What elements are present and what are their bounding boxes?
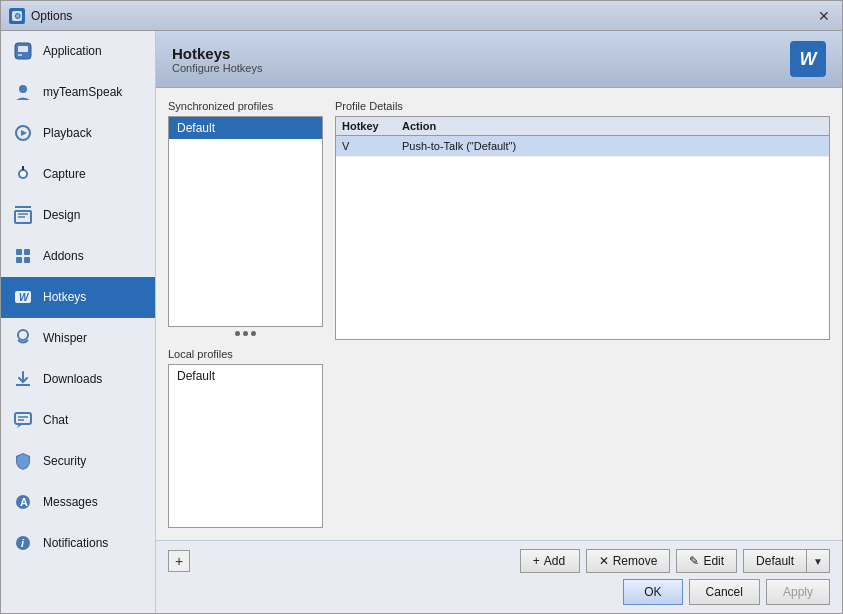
svg-text:W: W	[19, 292, 30, 303]
sidebar-label-notifications: Notifications	[43, 536, 108, 550]
sidebar-label-security: Security	[43, 454, 86, 468]
add-icon: +	[533, 554, 540, 568]
synchronized-profiles-title: Synchronized profiles	[168, 100, 323, 112]
myteamspeak-icon	[11, 80, 35, 104]
svg-rect-17	[24, 257, 30, 263]
window-body: Application myTeamSpeak	[1, 31, 842, 613]
sidebar-label-capture: Capture	[43, 167, 86, 181]
hotkey-cell: V	[342, 140, 402, 152]
sidebar-label-design: Design	[43, 208, 80, 222]
svg-rect-4	[18, 54, 22, 56]
profiles-section: Synchronized profiles Default Profile De…	[168, 100, 830, 340]
hotkey-row[interactable]: V Push-to-Talk ("Default")	[336, 136, 829, 157]
local-profiles-title: Local profiles	[168, 348, 323, 360]
add-small-button[interactable]: +	[168, 550, 190, 572]
capture-icon	[11, 162, 35, 186]
sidebar-item-downloads[interactable]: Downloads	[1, 359, 155, 400]
action-cell: Push-to-Talk ("Default")	[402, 140, 823, 152]
edit-button[interactable]: ✎ Edit	[676, 549, 737, 573]
dropdown-arrow-icon[interactable]: ▼	[807, 552, 829, 571]
sidebar-item-security[interactable]: Security	[1, 441, 155, 482]
apply-button[interactable]: Apply	[766, 579, 830, 605]
svg-text:A: A	[20, 496, 28, 508]
synchronized-profiles-panel: Synchronized profiles Default	[168, 100, 323, 340]
page-subtitle: Configure Hotkeys	[172, 62, 263, 74]
sidebar-label-chat: Chat	[43, 413, 68, 427]
cancel-button[interactable]: Cancel	[689, 579, 760, 605]
window-icon: ⚙	[9, 8, 25, 24]
svg-point-20	[18, 330, 28, 340]
sidebar-item-whisper[interactable]: Whisper	[1, 318, 155, 359]
profile-details-title: Profile Details	[335, 100, 830, 112]
security-icon	[11, 449, 35, 473]
svg-rect-3	[18, 46, 28, 52]
svg-rect-16	[16, 257, 22, 263]
content-header: Hotkeys Configure Hotkeys W	[156, 31, 842, 88]
profile-details-panel: Profile Details Hotkey Action V Push-to-…	[335, 100, 830, 340]
sidebar-label-application: Application	[43, 44, 102, 58]
local-profiles-section: Local profiles Default	[168, 348, 830, 528]
options-window: ⚙ Options ✕ Application	[0, 0, 843, 614]
close-button[interactable]: ✕	[814, 6, 834, 26]
synchronized-profiles-list[interactable]: Default	[168, 116, 323, 327]
main-content: Hotkeys Configure Hotkeys W Synchronized…	[156, 31, 842, 613]
sidebar-label-downloads: Downloads	[43, 372, 102, 386]
remove-icon: ✕	[599, 554, 609, 568]
sidebar-item-chat[interactable]: Chat	[1, 400, 155, 441]
sidebar: Application myTeamSpeak	[1, 31, 156, 613]
sidebar-item-addons[interactable]: Addons	[1, 236, 155, 277]
sidebar-item-hotkeys[interactable]: W Hotkeys	[1, 277, 155, 318]
sidebar-item-application[interactable]: Application	[1, 31, 155, 72]
sidebar-label-playback: Playback	[43, 126, 92, 140]
page-title: Hotkeys	[172, 45, 263, 62]
hotkeys-icon: W	[11, 285, 35, 309]
addons-icon	[11, 244, 35, 268]
ok-button[interactable]: OK	[623, 579, 682, 605]
svg-point-9	[20, 171, 26, 177]
sidebar-label-hotkeys: Hotkeys	[43, 290, 86, 304]
sidebar-label-myteamspeak: myTeamSpeak	[43, 85, 122, 99]
local-profile-default[interactable]: Default	[169, 365, 322, 387]
local-profiles-panel: Local profiles Default	[168, 348, 323, 528]
sidebar-item-design[interactable]: Design	[1, 195, 155, 236]
bottom-bar: + + + Add Add ✕ Remove ✎ Edit	[156, 540, 842, 613]
profile-dropdown[interactable]: Default ▼	[743, 549, 830, 573]
sync-profile-default[interactable]: Default	[169, 117, 322, 139]
add-button[interactable]: + + Add Add	[520, 549, 580, 573]
application-icon	[11, 39, 35, 63]
sidebar-label-addons: Addons	[43, 249, 84, 263]
dot-1	[235, 331, 240, 336]
bottom-actions: + + + Add Add ✕ Remove ✎ Edit	[168, 549, 830, 573]
footer-buttons: OK Cancel Apply	[168, 579, 830, 605]
notifications-icon: i	[11, 531, 35, 555]
hotkeys-header-icon: W	[790, 41, 826, 77]
hotkey-table: Hotkey Action V Push-to-Talk ("Default")	[335, 116, 830, 340]
remove-button[interactable]: ✕ Remove	[586, 549, 671, 573]
messages-icon: A	[11, 490, 35, 514]
svg-text:⚙: ⚙	[14, 12, 21, 21]
dropdown-main-label[interactable]: Default	[744, 550, 807, 572]
header-text: Hotkeys Configure Hotkeys	[172, 45, 263, 74]
chat-icon	[11, 408, 35, 432]
hotkey-column-header: Hotkey	[342, 120, 402, 132]
window-title: Options	[31, 9, 814, 23]
action-column-header: Action	[402, 120, 823, 132]
svg-rect-14	[16, 249, 22, 255]
local-profiles-spacer	[335, 348, 830, 528]
title-bar: ⚙ Options ✕	[1, 1, 842, 31]
svg-rect-15	[24, 249, 30, 255]
sidebar-item-notifications[interactable]: i Notifications	[1, 523, 155, 564]
design-icon	[11, 203, 35, 227]
playback-icon	[11, 121, 35, 145]
downloads-icon	[11, 367, 35, 391]
svg-rect-22	[15, 413, 31, 424]
sidebar-item-messages[interactable]: A Messages	[1, 482, 155, 523]
sidebar-label-whisper: Whisper	[43, 331, 87, 345]
sidebar-item-capture[interactable]: Capture	[1, 154, 155, 195]
local-profiles-list[interactable]: Default	[168, 364, 323, 528]
whisper-icon	[11, 326, 35, 350]
edit-icon: ✎	[689, 554, 699, 568]
sidebar-item-myteamspeak[interactable]: myTeamSpeak	[1, 72, 155, 113]
sidebar-item-playback[interactable]: Playback	[1, 113, 155, 154]
content-body: Synchronized profiles Default Profile De…	[156, 88, 842, 540]
